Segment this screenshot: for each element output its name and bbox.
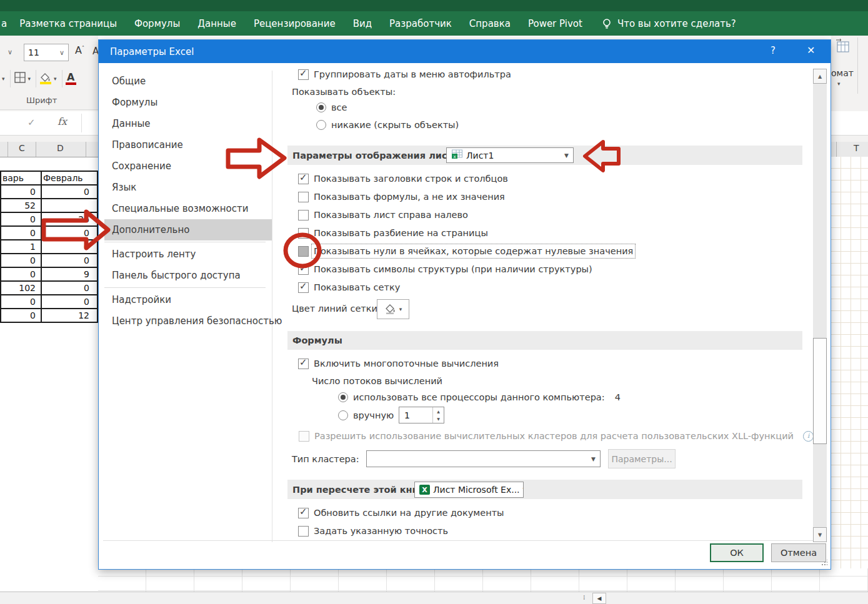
enter-check-icon[interactable]: ✓ — [27, 117, 36, 128]
radio-row-all-processors: использовать все процессоры данного комп… — [338, 390, 621, 405]
manual-threads-spinner[interactable]: 1 ▲ ▼ — [399, 407, 444, 423]
nav-item[interactable]: Правописание — [104, 134, 272, 156]
scroll-down-icon[interactable]: ▼ — [813, 527, 827, 542]
tell-me-box[interactable]: Что вы хотите сделать? — [617, 18, 736, 29]
font-size-dropdown[interactable]: 11 ∨ — [24, 44, 69, 61]
chevron-down-icon[interactable]: ▾ — [2, 76, 5, 82]
checkbox[interactable] — [298, 282, 309, 293]
scrollbar-thumb[interactable] — [813, 338, 827, 444]
column-header-t[interactable]: T — [854, 143, 859, 153]
close-icon[interactable]: ✕ — [807, 44, 815, 56]
checkbox[interactable] — [298, 210, 309, 220]
scroll-up-icon[interactable]: ▲ — [813, 69, 827, 84]
checkbox[interactable] — [298, 526, 309, 537]
nav-item[interactable]: Панель быстрого доступа — [104, 265, 272, 286]
table-cell[interactable]: 0 — [1, 226, 41, 240]
font-color-icon[interactable]: A — [66, 73, 76, 85]
table-cell[interactable]: 0 — [1, 267, 41, 281]
radio-button[interactable] — [316, 120, 326, 130]
table-cell[interactable]: 52 — [1, 199, 41, 212]
ok-button[interactable]: ОК — [710, 543, 764, 562]
nav-item[interactable]: Центр управления безопасностью — [104, 310, 272, 332]
table-cell[interactable]: 0 — [1, 295, 41, 309]
sheet-nav-left-button[interactable]: ◀ — [592, 593, 606, 604]
grid-color-button[interactable]: ▾ — [377, 299, 409, 319]
format-icon[interactable] — [835, 38, 851, 57]
divider — [104, 240, 272, 244]
ribbon-tab[interactable]: Power Pivot — [519, 18, 591, 29]
recalc-workbook-dropdown[interactable]: X Лист Microsoft Ex... ▼ — [414, 482, 524, 498]
ribbon-tab[interactable]: Формулы — [126, 18, 189, 29]
sheet-selector-dropdown[interactable]: x Лист1 ▼ — [446, 147, 574, 163]
table-cell[interactable]: 0 — [41, 295, 97, 309]
checkbox[interactable] — [298, 246, 309, 257]
chevron-down-icon: ▼ — [523, 487, 524, 493]
format-button-label[interactable]: омат — [831, 68, 854, 78]
table-cell[interactable]: 12 — [41, 309, 97, 322]
tabbar-splitter[interactable]: ⁞ — [583, 593, 586, 602]
nav-item[interactable]: Настроить ленту — [104, 244, 272, 265]
nav-item[interactable]: Язык — [104, 177, 272, 198]
dialog-scrollbar[interactable]: ▲ ▼ — [813, 69, 827, 542]
decrease-font-button[interactable]: A — [92, 46, 98, 57]
checkbox[interactable] — [298, 192, 309, 202]
table-cell[interactable]: 1 — [1, 240, 41, 254]
cluster-type-dropdown[interactable]: ▼ — [366, 450, 601, 467]
column-header-c[interactable]: C — [19, 143, 25, 153]
nav-item[interactable]: Формулы — [104, 92, 272, 113]
table-row: 00 — [1, 254, 111, 267]
table-cell[interactable]: 0 — [41, 254, 97, 267]
spinner-arrows[interactable]: ▲ ▼ — [432, 407, 444, 423]
ribbon-tab[interactable]: а — [0, 18, 11, 29]
font-name-dropdown-caret[interactable]: ∨ — [7, 48, 12, 56]
checkbox[interactable] — [298, 228, 309, 239]
chevron-down-icon[interactable]: ▾ — [54, 76, 57, 82]
nav-item[interactable]: Общие — [104, 71, 272, 92]
cluster-params-button: Параметры... — [608, 449, 676, 468]
table-cell[interactable]: 0 — [1, 212, 41, 226]
table-cell[interactable]: 0 — [1, 254, 41, 267]
borders-icon[interactable] — [14, 71, 26, 86]
table-cell[interactable]: 0 — [1, 185, 41, 199]
resize-grip[interactable] — [821, 560, 827, 566]
table-header-cell[interactable]: варь — [1, 171, 41, 185]
insert-function-icon[interactable]: fx — [57, 116, 67, 127]
checkbox-label: Показывать лист справа налево — [314, 210, 468, 220]
fill-color-icon[interactable] — [39, 73, 52, 84]
table-cell[interactable]: 9 — [41, 267, 97, 281]
dialog-title-bar[interactable]: Параметры Excel — [99, 40, 831, 63]
ribbon-tab[interactable]: Данные — [189, 18, 245, 29]
checkbox[interactable] — [298, 508, 309, 518]
ribbon-tab[interactable]: Вид — [344, 18, 381, 29]
radio-button[interactable] — [338, 410, 348, 420]
radio-button[interactable] — [338, 392, 348, 402]
nav-item[interactable]: Специальные возможности — [104, 198, 272, 219]
ribbon-tab[interactable]: Рецензирование — [245, 18, 344, 29]
table-cell[interactable]: 102 — [1, 281, 41, 295]
checkbox[interactable] — [298, 174, 309, 184]
table-cell[interactable]: 0 — [1, 309, 41, 322]
cancel-button[interactable]: Отмена — [771, 543, 826, 562]
nav-item[interactable]: Дополнительно — [104, 219, 272, 240]
table-cell[interactable]: 26 — [41, 212, 97, 226]
table-cell[interactable]: 0 — [41, 240, 97, 254]
radio-button[interactable] — [316, 102, 326, 112]
table-header-cell[interactable]: Февраль — [41, 171, 97, 185]
table-cell[interactable]: 0 — [41, 185, 97, 199]
increase-font-button[interactable]: A˄ — [75, 44, 84, 56]
chevron-down-icon[interactable]: ▾ — [28, 76, 31, 82]
checkbox[interactable] — [298, 359, 309, 369]
checkbox[interactable] — [298, 264, 309, 275]
nav-item[interactable]: Сохранение — [104, 156, 272, 177]
table-cell[interactable]: 0 — [41, 226, 97, 240]
nav-item[interactable]: Данные — [104, 113, 272, 134]
ribbon-tab[interactable]: Справка — [461, 18, 519, 29]
ribbon-tab[interactable]: Разметка страницы — [11, 18, 126, 29]
table-cell[interactable]: 0 — [41, 281, 97, 295]
nav-item[interactable]: Надстройки — [104, 289, 272, 310]
table-cell[interactable] — [41, 199, 97, 212]
ribbon-tab[interactable]: Разработчик — [381, 18, 461, 29]
column-header-d[interactable]: D — [57, 143, 64, 153]
help-icon[interactable]: ? — [771, 45, 776, 56]
checkbox[interactable] — [298, 69, 309, 80]
